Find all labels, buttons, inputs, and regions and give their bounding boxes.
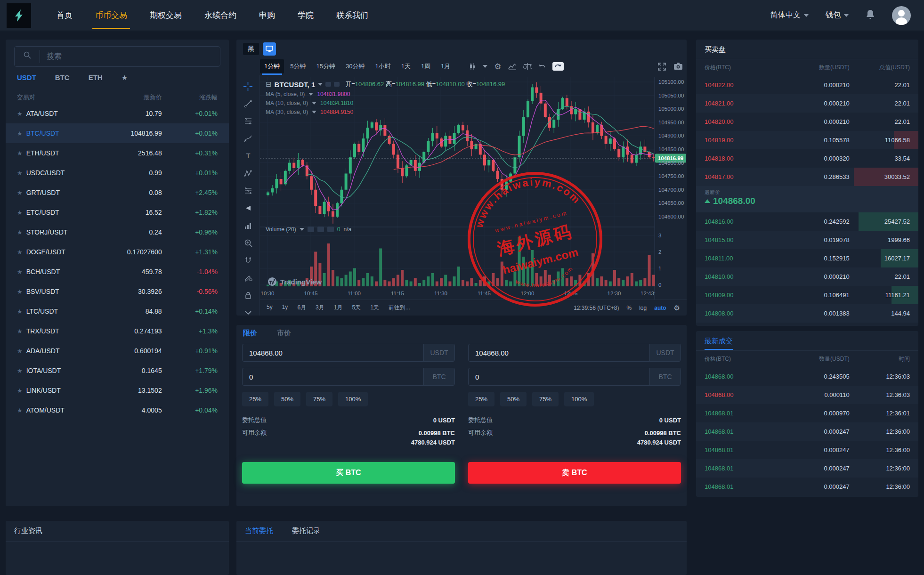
forecast-tool-icon[interactable] [244, 221, 252, 231]
sell-percent-50[interactable]: 50% [500, 392, 527, 406]
quote-tab-btc[interactable]: BTC [55, 73, 70, 82]
buy-percent-25[interactable]: 25% [242, 392, 268, 406]
favorite-star-icon[interactable]: ★ [17, 150, 23, 157]
nav-item[interactable]: 币币交易 [84, 0, 138, 31]
sell-button[interactable]: 卖 BTC [468, 462, 681, 484]
wallet-menu[interactable]: 钱包 [826, 10, 849, 20]
zoom-in-icon[interactable] [244, 239, 252, 248]
favorite-star-icon[interactable]: ★ [17, 348, 23, 355]
sell-percent-75[interactable]: 75% [532, 392, 559, 406]
collapse-icon[interactable]: ⊟ [266, 80, 272, 89]
favorite-star-icon[interactable]: ★ [17, 110, 23, 117]
log-scale-button[interactable]: log [639, 305, 647, 311]
magnet-icon[interactable] [244, 256, 252, 266]
user-avatar[interactable] [892, 6, 911, 25]
buy-price-input[interactable] [243, 344, 423, 361]
bid-row[interactable]: 104808.000.001383144.94 [696, 304, 918, 323]
crosshair-icon[interactable] [243, 82, 252, 91]
pattern-tool-icon[interactable] [244, 169, 252, 178]
position-tool-icon[interactable] [244, 186, 252, 196]
fullscreen-icon[interactable] [658, 63, 666, 71]
pair-row[interactable]: ★ATOM/USDT4.0005+0.04% [6, 400, 229, 420]
nav-item[interactable]: 申购 [248, 0, 286, 31]
ask-row[interactable]: 104818.000.00032033.54 [696, 149, 918, 168]
sell-percent-25[interactable]: 25% [468, 392, 494, 406]
undo-icon[interactable] [538, 63, 546, 70]
quote-tab-usdt[interactable]: USDT [17, 73, 36, 82]
close-icon[interactable] [327, 227, 334, 232]
favorite-star-icon[interactable]: ★ [17, 387, 23, 394]
timeframe-5分钟[interactable]: 5分钟 [286, 59, 310, 73]
tradingview-attribution[interactable]: TradingView [267, 277, 322, 286]
ask-row[interactable]: 104822.000.00021022.01 [696, 76, 918, 94]
favorite-star-icon[interactable]: ★ [17, 268, 23, 275]
text-tool-icon[interactable]: T [244, 152, 252, 161]
pair-row[interactable]: ★ATA/USDT10.79+0.01% [6, 104, 229, 123]
nav-item[interactable]: 期权交易 [138, 0, 193, 31]
pair-row[interactable]: ★ETC/USDT16.52+1.82% [6, 202, 229, 222]
pair-row[interactable]: ★LINK/USDT13.1502+1.96% [6, 381, 229, 400]
ohlc-icon[interactable] [325, 82, 331, 87]
chevron-down-icon[interactable] [244, 308, 252, 316]
indicators-icon[interactable] [508, 63, 517, 70]
notifications-bell-icon[interactable] [866, 9, 875, 22]
pair-row[interactable]: ★BCH/USDT459.78-1.04% [6, 262, 229, 282]
sell-price-input[interactable] [469, 344, 649, 361]
range-button[interactable]: 6月 [297, 304, 306, 312]
timeframe-1周[interactable]: 1周 [417, 59, 435, 73]
trendline-icon[interactable] [244, 99, 252, 109]
monitor-view-button[interactable] [263, 42, 276, 56]
buy-percent-75[interactable]: 75% [306, 392, 332, 406]
sell-amount-input[interactable] [469, 368, 649, 385]
pair-row[interactable]: ★LTC/USDT84.88+0.14% [6, 301, 229, 321]
timeframe-30分钟[interactable]: 30分钟 [341, 59, 369, 73]
camera-snapshot-icon[interactable] [673, 63, 683, 70]
favorite-star-icon[interactable]: ★ [17, 308, 23, 315]
trade-row[interactable]: 104868.010.00024712:36:00 [696, 422, 918, 441]
range-button[interactable]: 5y [267, 304, 273, 312]
bid-row[interactable]: 104815.000.0190781999.66 [696, 231, 918, 249]
nav-item[interactable]: 永续合约 [193, 0, 248, 31]
pair-row[interactable]: ★ETH/USDT2516.48+0.31% [6, 143, 229, 163]
trade-row[interactable]: 104868.000.00011012:36:03 [696, 386, 918, 404]
arrow-tool-icon[interactable] [244, 204, 252, 213]
bid-row[interactable]: 104810.000.00021022.01 [696, 267, 918, 286]
quote-tab-★[interactable]: ★ [122, 73, 128, 82]
trade-row[interactable]: 104868.010.00024712:36:00 [696, 459, 918, 478]
lock-icon[interactable] [244, 291, 252, 300]
redo-share-icon[interactable] [552, 62, 564, 71]
favorite-star-icon[interactable]: ★ [17, 229, 23, 236]
pair-row[interactable]: ★TRX/USDT0.274193+1.3% [6, 321, 229, 341]
pair-row[interactable]: ★IOTA/USDT0.1645+1.79% [6, 361, 229, 381]
pair-row[interactable]: ★BSV/USDT30.3926-0.56% [6, 282, 229, 301]
tab-market-order[interactable]: 市价 [277, 329, 291, 338]
search-input[interactable] [40, 52, 220, 61]
tab-open-orders[interactable]: 当前委托 [245, 526, 273, 535]
favorite-star-icon[interactable]: ★ [17, 249, 23, 256]
pair-row[interactable]: ★USDC/USDT0.99+0.01% [6, 163, 229, 183]
favorite-star-icon[interactable]: ★ [17, 367, 23, 374]
bid-row[interactable]: 104811.000.15291516027.17 [696, 249, 918, 267]
language-selector[interactable]: 简体中文 [770, 10, 809, 20]
ask-row[interactable]: 104821.000.00021022.01 [696, 94, 918, 113]
settings-gear-icon[interactable]: ⚙ [494, 62, 501, 72]
trade-row[interactable]: 104868.000.24350512:36:03 [696, 367, 918, 386]
range-button[interactable]: 1月 [334, 304, 343, 312]
nav-item[interactable]: 首页 [45, 0, 84, 31]
favorite-star-icon[interactable]: ★ [17, 407, 23, 414]
range-button[interactable]: 5天 [352, 304, 361, 312]
buy-percent-100[interactable]: 100% [338, 392, 368, 406]
ask-row[interactable]: 104820.000.00021022.01 [696, 113, 918, 131]
timeframe-1月[interactable]: 1月 [437, 59, 454, 73]
ohlc-icon2[interactable] [334, 82, 340, 87]
favorite-star-icon[interactable]: ★ [17, 328, 23, 335]
auto-scale-button[interactable]: auto [654, 305, 666, 311]
chevron-down-icon[interactable] [318, 83, 323, 86]
favorite-star-icon[interactable]: ★ [17, 130, 23, 137]
timeframe-1小时[interactable]: 1小时 [371, 59, 395, 73]
timeframe-1天[interactable]: 1天 [397, 59, 415, 73]
tab-limit-order[interactable]: 限价 [243, 329, 257, 338]
gear-icon[interactable] [317, 227, 324, 232]
theme-dark-button[interactable]: 黑 [243, 43, 259, 55]
trade-row[interactable]: 104868.010.00097012:36:01 [696, 404, 918, 422]
